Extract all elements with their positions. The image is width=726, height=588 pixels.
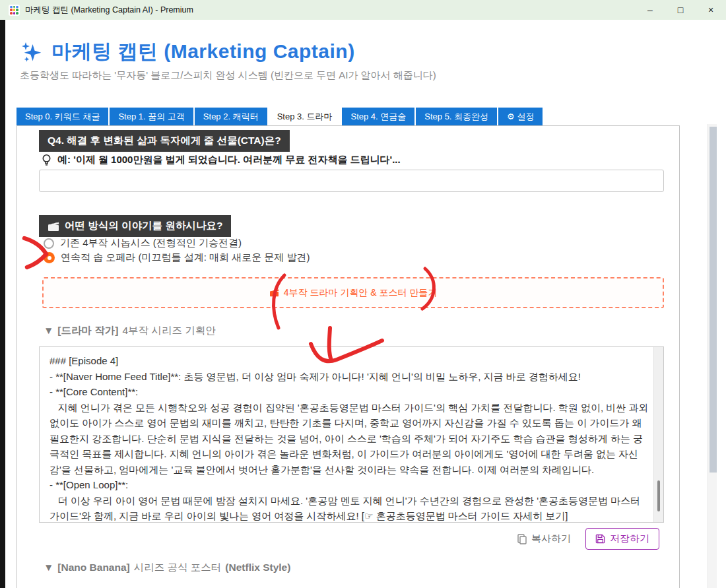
textarea-scrollbar[interactable] [653,347,663,522]
step-tabs: Step 0. 키워드 채굴 Step 1. 꿈의 고객 Step 2. 캐릭터… [16,108,543,126]
page-title: 마케팅 캡틴 (Marketing Captain) [51,38,355,65]
generate-drama-button[interactable]: 4부작 드라마 기획안 & 포스터 만들기 [42,277,664,308]
tab-step5-final[interactable]: Step 5. 최종완성 [416,108,497,126]
plan-section-header[interactable]: ▼ [드라마 작가] 4부작 시리즈 기획안 [44,324,216,338]
collapse-triangle-icon: ▼ [44,562,53,573]
gear-icon: ⚙ [507,112,515,121]
copy-icon [517,534,527,544]
sparkle-icon [20,40,44,64]
lightbulb-icon [41,154,52,166]
plan-output-text: ### [Episode 4] - **[Naver Home Feed Tit… [40,347,653,522]
textarea-scrollbar-thumb[interactable] [657,480,660,511]
q4-question-header: Q4. 해결 후 변화된 삶과 독자에게 줄 선물(CTA)은? [39,130,290,152]
tab-step2-character[interactable]: Step 2. 캐릭터 [195,108,267,126]
step3-panel: Q4. 해결 후 변화된 삶과 독자에게 줄 선물(CTA)은? 예: '이제 … [16,125,680,588]
clapperboard-icon [269,288,279,297]
copy-button[interactable]: 복사하기 [517,533,571,545]
save-button[interactable]: 저장하기 [585,528,659,550]
minimize-button[interactable]: – [635,0,665,20]
window-title: 마케팅 캡틴 (Marketing Captain AI) - Premium [25,5,193,16]
q4-answer-input[interactable] [39,170,664,192]
page-subtitle: 초등학생도 따라하는 '무자동' 블로그/스피치 완성 시스템 (빈칸으로 두면… [20,69,436,82]
tab-step1-customer[interactable]: Step 1. 꿈의 고객 [110,108,193,126]
radio-option-synopsis[interactable]: 기존 4부작 시놉시스 (전형적인 기승전결) [44,237,242,249]
close-button[interactable]: × [696,0,726,20]
q4-hint: 예: '이제 월 1000만원을 벌게 되었습니다. 여러분께 무료 전자책을 … [41,154,401,166]
window-scrollbar[interactable] [708,124,717,588]
tab-settings[interactable]: ⚙ 설정 [498,108,543,126]
app-window: 마케팅 캡틴 (Marketing Captain AI) - Premium … [0,0,726,588]
save-icon [595,534,605,544]
maximize-button[interactable]: □ [665,0,696,20]
tab-step3-drama[interactable]: Step 3. 드라마 [269,108,341,126]
window-left-edge [0,20,5,588]
tab-step0-keyword[interactable]: Step 0. 키워드 채굴 [16,108,108,126]
radio-option-soap-opera[interactable]: 연속적 솝 오페라 (미끄럼틀 설계: 매회 새로운 문제 발견) [44,251,310,264]
story-mode-header: 어떤 방식의 이야기를 원하시나요? [39,215,231,237]
app-logo-icon [9,5,20,16]
window-titlebar: 마케팅 캡틴 (Marketing Captain AI) - Premium … [0,0,726,20]
clapperboard-icon [48,221,59,232]
radio-selected-icon[interactable] [44,252,55,263]
poster-section-header[interactable]: ▼ [Nano Banana] 시리즈 공식 포스터 (Netflix Styl… [44,561,290,575]
window-scrollbar-thumb[interactable] [710,127,717,473]
radio-unselected-icon[interactable] [44,238,54,249]
plan-output-textarea[interactable]: ### [Episode 4] - **[Naver Home Feed Tit… [39,346,664,523]
collapse-triangle-icon: ▼ [44,325,53,337]
tab-step4-alchemy[interactable]: Step 4. 연금술 [342,108,414,126]
